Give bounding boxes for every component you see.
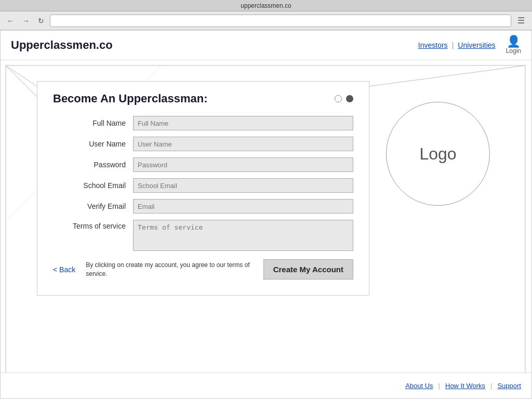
main-content: Become An Upperclassman: Full Name User … <box>1 60 531 373</box>
full-name-row: Full Name <box>53 116 353 130</box>
terms-textarea[interactable] <box>133 220 353 251</box>
form-bottom-row: < Back By clicking on create my account,… <box>53 259 353 280</box>
reload-button[interactable]: ↻ <box>35 16 47 26</box>
agree-text: By clicking on create my account, you ag… <box>86 261 258 278</box>
login-button[interactable]: 👤 Login <box>506 36 521 55</box>
nav-divider: | <box>452 41 454 49</box>
registration-form: Become An Upperclassman: Full Name User … <box>37 81 369 296</box>
site-logo[interactable]: Upperclassmen.co <box>11 38 418 52</box>
full-name-input[interactable] <box>133 116 353 130</box>
browser-toolbar: ← → ↻ ☰ <box>0 11 532 30</box>
how-it-works-link[interactable]: How It Works <box>445 382 485 390</box>
password-row: Password <box>53 157 353 172</box>
school-email-row: School Email <box>53 178 353 193</box>
verify-email-label: Verify Email <box>53 202 126 210</box>
user-name-row: User Name <box>53 137 353 151</box>
password-input[interactable] <box>133 157 353 172</box>
browser-title: upperclassmen.co <box>241 2 291 9</box>
logo-placeholder-text: Logo <box>419 144 456 164</box>
footer-divider-2: | <box>490 382 492 390</box>
footer-divider-1: | <box>438 382 440 390</box>
site-footer: About Us | How It Works | Support <box>1 373 531 398</box>
user-name-label: User Name <box>53 140 126 148</box>
investors-link[interactable]: Investors <box>418 41 448 49</box>
back-link[interactable]: < Back <box>53 265 75 274</box>
school-email-input[interactable] <box>133 178 353 193</box>
logo-circle: Logo <box>386 102 490 206</box>
about-us-link[interactable]: About Us <box>405 382 433 390</box>
school-email-label: School Email <box>53 181 126 190</box>
form-title-row: Become An Upperclassman: <box>53 92 353 105</box>
browser-titlebar: upperclassmen.co <box>0 0 532 11</box>
back-button[interactable]: ← <box>4 16 17 26</box>
forward-button[interactable]: → <box>20 16 32 26</box>
verify-email-input[interactable] <box>133 199 353 214</box>
form-step-dots <box>335 95 353 102</box>
password-label: Password <box>53 161 126 169</box>
step-dot-2 <box>346 95 353 102</box>
form-title-text: Become An Upperclassman: <box>53 92 208 105</box>
support-link[interactable]: Support <box>497 382 521 390</box>
user-icon: 👤 <box>507 36 521 47</box>
header-nav: Investors | Universities <box>418 41 496 49</box>
site-header: Upperclassmen.co Investors | Universitie… <box>1 31 531 60</box>
browser-menu-button[interactable]: ☰ <box>514 15 528 26</box>
user-name-input[interactable] <box>133 137 353 151</box>
create-account-button[interactable]: Create My Account <box>263 259 353 280</box>
svg-line-1 <box>6 65 37 86</box>
terms-label: Terms of service <box>53 220 126 230</box>
universities-link[interactable]: Universities <box>458 41 495 49</box>
page: Upperclassmen.co Investors | Universitie… <box>0 30 532 399</box>
address-bar[interactable] <box>50 15 511 27</box>
step-dot-1 <box>335 95 342 102</box>
login-label: Login <box>506 47 521 55</box>
terms-row: Terms of service <box>53 220 353 251</box>
full-name-label: Full Name <box>53 119 126 127</box>
verify-email-row: Verify Email <box>53 199 353 214</box>
svg-line-2 <box>369 65 525 86</box>
